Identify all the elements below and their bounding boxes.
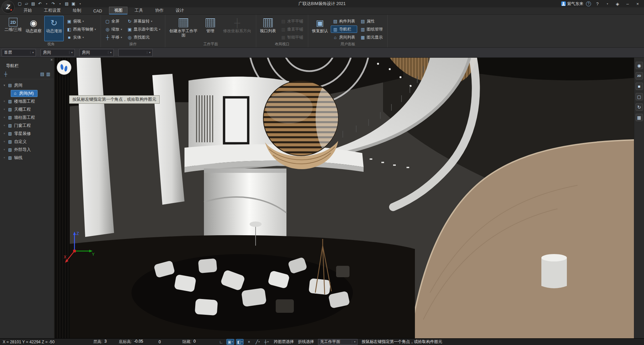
help-chevron-icon[interactable]: ▾ (604, 1, 611, 7)
sheet-manager-button[interactable]: ▥ 图纸管理 (358, 26, 385, 33)
component-list-button[interactable]: ▤ 构件列表 (331, 17, 357, 25)
tree-node-external-import[interactable]: + ▧ 外部导入 (0, 146, 54, 154)
screen-rotate-button[interactable]: ↻ 屏幕旋转 ▾ (125, 17, 162, 25)
minimize-button[interactable]: – (624, 1, 631, 7)
viewport-list-button[interactable]: 视口列表 (258, 16, 278, 41)
floor-select[interactable]: 首层 ▾ (2, 49, 36, 56)
floor-height-value[interactable]: 3 (104, 339, 107, 345)
show-selected-button[interactable]: ▣ 显示选中图元 ▾ (125, 26, 162, 33)
undo-icon[interactable]: ↶ (37, 1, 43, 7)
top-view-button[interactable]: ▣ 俯视 ▾ (65, 17, 98, 25)
sw-isometric-button[interactable]: ◧ 西南等轴侧 ▾ (65, 26, 98, 33)
workplane-select[interactable]: 无工作平面 ▾ (318, 339, 358, 345)
tree-node-misc-decoration[interactable]: + ▧ 零星装修 (0, 130, 54, 138)
create-workplane-button[interactable]: 创建水平工作平面 (167, 16, 200, 41)
ceiling-works-expand-icon[interactable]: + (3, 108, 6, 111)
tab-collaborate[interactable]: 协作 (150, 7, 168, 14)
find-element-button[interactable]: ◎ 查找图元 (125, 34, 162, 41)
tile-vertical-button[interactable]: ▥ 垂直平铺 (279, 26, 305, 33)
3d-viewport[interactable]: 按鼠标左键指定第一个角点，或拾取构件图元 Z Y X (54, 58, 634, 338)
locate-icon[interactable]: ┼ (3, 71, 9, 77)
modify-axis-button[interactable]: ┼ 修改坐标系方向 (221, 16, 253, 41)
walkthrough-button[interactable]: ↻ 动态漫游 (44, 16, 64, 41)
wall-column-expand-icon[interactable]: + (3, 116, 6, 119)
external-import-expand-icon[interactable]: + (3, 148, 6, 151)
ortho-toggle-icon[interactable]: ∟ (218, 339, 224, 345)
rail-cube-outline-icon[interactable]: ▢ (636, 93, 643, 100)
rail-orbit-icon[interactable]: ◉ (636, 62, 643, 69)
tab-project-settings[interactable]: 工程设置 (39, 7, 66, 14)
tree-node-floor-works[interactable]: + ▧ 楼地面工程 (0, 97, 54, 105)
redo-chevron-icon[interactable]: ▾ (57, 1, 63, 7)
solid-pick-icon[interactable]: ◧ ▾ (236, 339, 244, 345)
door-window-expand-icon[interactable]: + (3, 124, 6, 127)
restore-default-button[interactable]: ▣ 恢复默认 (310, 16, 330, 41)
dynamic-orbit-button[interactable]: ◉ 动态观察 (24, 16, 43, 41)
solid-style-chevron-icon: ▾ (83, 36, 84, 39)
cross-layer-select-button[interactable]: 跨图层选择 (274, 339, 294, 345)
list-view-icon[interactable]: ▥ (45, 71, 51, 77)
pin-icon[interactable]: ◈ (614, 1, 621, 7)
category-select[interactable]: 房间 ▾ (41, 49, 75, 56)
undo-chevron-icon[interactable]: ▾ (44, 1, 50, 7)
custom-expand-icon[interactable]: + (3, 140, 6, 143)
coordinate-input-icon[interactable]: ┼ ▾ (263, 339, 270, 345)
element-display-button[interactable]: ▦ 图元显示 (358, 34, 385, 41)
rail-rotate-icon[interactable]: ↻ (636, 103, 643, 111)
rail-2d-icon[interactable]: 2D (636, 72, 643, 80)
tile-vertical-icon: ▥ (281, 27, 286, 32)
help-menu-button[interactable]: ? (594, 1, 601, 7)
user-account[interactable]: 紫气东来 (561, 1, 583, 7)
gridline-expand-icon[interactable]: + (3, 156, 6, 159)
tree-node-ceiling-works[interactable]: + ▧ 天棚工程 (0, 105, 54, 113)
polyline-select-button[interactable]: 折线选择 (298, 339, 314, 345)
new-file-icon[interactable]: ▢ (17, 1, 23, 7)
print-icon[interactable]: ▤ (64, 1, 70, 7)
base-elevation-value[interactable]: -0.05 (134, 339, 143, 345)
feedback-icon[interactable]: ? (586, 1, 591, 6)
open-file-icon[interactable]: ▱ (23, 1, 30, 7)
rail-cube-solid-icon[interactable]: ■ (636, 83, 643, 90)
tab-tools[interactable]: 工具 (129, 7, 148, 14)
tile-horizontal-button[interactable]: ▤ 水平平铺 (279, 17, 305, 25)
room-list-button[interactable]: ⌂ 房间列表 (331, 34, 357, 41)
extra-select[interactable]: ▾ (118, 49, 153, 56)
tree-node-room-selected[interactable]: ⌂ 房间(M) (0, 89, 54, 97)
save-icon[interactable]: ▤ (30, 1, 36, 7)
properties-button[interactable]: ▤ 属性 (358, 17, 385, 25)
tile-smart-button[interactable]: ▦ 智能平铺 (279, 34, 305, 41)
line-style-icon[interactable]: ╱ ▾ (254, 339, 261, 345)
tab-design[interactable]: 设计 (170, 7, 189, 14)
misc-decoration-expand-icon[interactable]: + (3, 132, 6, 135)
selection-filter-icon[interactable]: ▣ ▾ (226, 339, 234, 345)
app-logo[interactable]: Z (2, 1, 14, 13)
zoom-button[interactable]: ◎ 缩放 ▾ (103, 26, 124, 33)
subcategory-select[interactable]: 房间 ▾ (79, 49, 114, 56)
toggle-2d-3d-button[interactable]: 2D 二维/三维 (3, 16, 23, 41)
tab-cad[interactable]: CAD (88, 8, 107, 14)
deselect-icon[interactable]: × (246, 339, 252, 345)
fullscreen-button[interactable]: ▢ 全屏 (103, 17, 124, 25)
tab-draw[interactable]: 绘制 (68, 7, 86, 14)
pan-button[interactable]: ┼ 平移 ▾ (103, 34, 124, 41)
room-root-twisty-icon[interactable]: ▾ (3, 84, 6, 87)
rail-grid-icon[interactable]: ▦ (636, 114, 643, 121)
tree-node-door-window-works[interactable]: + ▧ 门窗工程 (0, 121, 54, 130)
close-button[interactable]: × (634, 1, 641, 7)
tab-start[interactable]: 开始 (18, 7, 37, 14)
tab-view[interactable]: 视图 (109, 7, 127, 14)
tree-view-icon[interactable]: ▤ (39, 71, 45, 77)
qat-customize-chevron-icon[interactable]: ▾ (77, 1, 83, 7)
redo-icon[interactable]: ↷ (50, 1, 56, 7)
solid-style-button[interactable]: ■ 实体 ▾ (65, 34, 98, 41)
base-elevation-extra[interactable]: 0 (159, 340, 161, 344)
navigator-close-icon[interactable]: × (51, 58, 53, 62)
manage-workplane-button[interactable]: 管理 (201, 16, 220, 41)
settings-icon[interactable]: ▣ (70, 1, 76, 7)
floor-works-expand-icon[interactable]: + (3, 100, 6, 103)
tree-node-gridline[interactable]: + ▧ 轴线 (0, 154, 54, 162)
navigator-toggle-button[interactable]: ▥ 导航栏 (331, 26, 357, 33)
tree-node-custom[interactable]: + ▧ 自定义 (0, 138, 54, 146)
tree-node-wall-column-works[interactable]: + ▧ 墙柱面工程 (0, 113, 54, 121)
tree-node-room-root[interactable]: ▾ ▤ 房间 (0, 81, 54, 89)
